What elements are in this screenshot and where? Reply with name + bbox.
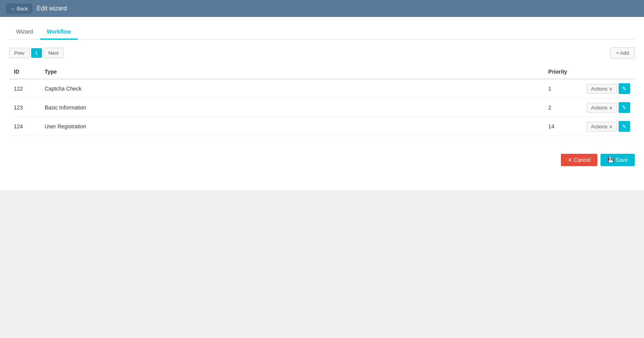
col-header-type: Type xyxy=(40,65,544,79)
cell-row-actions: Actions ∨ ✎ xyxy=(582,98,635,117)
chevron-down-icon: ∨ xyxy=(609,105,613,111)
edit-icon: ✎ xyxy=(622,86,627,92)
edit-icon: ✎ xyxy=(622,123,627,129)
footer-actions: ✕ Cancel 💾 Save xyxy=(9,148,635,166)
header-bar: ← Back Edit wizard xyxy=(0,0,644,17)
col-header-priority: Priority xyxy=(544,65,582,79)
actions-dropdown-button[interactable]: Actions ∨ xyxy=(587,103,617,113)
main-content: Wizard Workflow Prev 1 Next + Add ID Typ… xyxy=(0,17,644,190)
cell-id: 124 xyxy=(9,117,40,136)
cell-id: 122 xyxy=(9,79,40,98)
cell-row-actions: Actions ∨ ✎ xyxy=(582,117,635,136)
prev-button[interactable]: Prev xyxy=(9,48,30,58)
workflow-table: ID Type Priority 122 Captcha Check 1 Act… xyxy=(9,65,635,136)
tab-wizard[interactable]: Wizard xyxy=(9,25,40,40)
table-row: 122 Captcha Check 1 Actions ∨ ✎ xyxy=(9,79,635,98)
cell-id: 123 xyxy=(9,98,40,117)
cell-priority: 2 xyxy=(544,98,582,117)
add-button[interactable]: + Add xyxy=(610,47,635,59)
edit-button[interactable]: ✎ xyxy=(619,83,630,94)
chevron-down-icon: ∨ xyxy=(609,124,613,129)
save-button[interactable]: 💾 Save xyxy=(601,154,635,166)
tab-bar: Wizard Workflow xyxy=(9,25,635,40)
cell-priority: 1 xyxy=(544,79,582,98)
edit-icon: ✎ xyxy=(622,104,627,111)
cell-row-actions: Actions ∨ ✎ xyxy=(582,79,635,98)
table-row: 124 User Registration 14 Actions ∨ ✎ xyxy=(9,117,635,136)
col-header-actions xyxy=(582,65,635,79)
cell-type: User Registration xyxy=(40,117,544,136)
actions-dropdown-button[interactable]: Actions ∨ xyxy=(587,122,617,131)
col-header-id: ID xyxy=(9,65,40,79)
next-button[interactable]: Next xyxy=(43,48,64,58)
edit-button[interactable]: ✎ xyxy=(619,102,630,113)
table-header-row: ID Type Priority xyxy=(9,65,635,79)
back-button[interactable]: ← Back xyxy=(6,4,32,13)
tab-workflow[interactable]: Workflow xyxy=(40,25,78,40)
cell-type: Basic Information xyxy=(40,98,544,117)
pagination: Prev 1 Next xyxy=(9,48,64,58)
toolbar: Prev 1 Next + Add xyxy=(9,47,635,59)
table-row: 123 Basic Information 2 Actions ∨ ✎ xyxy=(9,98,635,117)
edit-button[interactable]: ✎ xyxy=(619,121,630,132)
cell-type: Captcha Check xyxy=(40,79,544,98)
actions-dropdown-button[interactable]: Actions ∨ xyxy=(587,84,617,94)
page-number-button[interactable]: 1 xyxy=(31,48,42,58)
chevron-down-icon: ∨ xyxy=(609,86,613,92)
cancel-button[interactable]: ✕ Cancel xyxy=(561,154,597,166)
page-title: Edit wizard xyxy=(37,5,67,12)
cell-priority: 14 xyxy=(544,117,582,136)
